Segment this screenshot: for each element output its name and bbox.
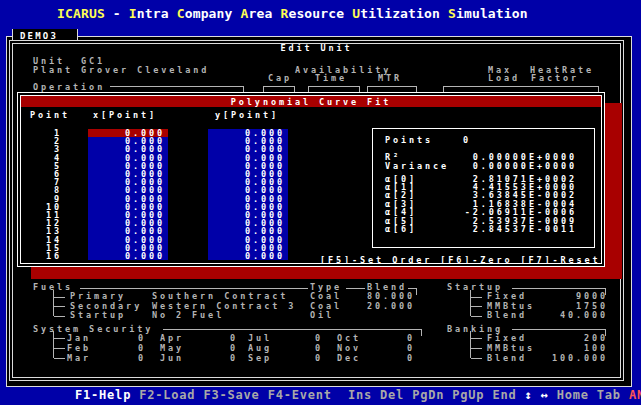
app-title-segment: esource	[288, 6, 352, 21]
fuel-contract-field[interactable]: Western Contract 3	[152, 302, 296, 311]
month-mar-field[interactable]: 0	[118, 354, 146, 363]
poly-y-cell[interactable]: 0.000	[208, 252, 285, 261]
app-title-segment: -	[105, 6, 129, 21]
fkey-end[interactable]: End	[492, 388, 516, 402]
mtr-label: MTR	[378, 74, 402, 83]
month-feb-field[interactable]: 0	[118, 344, 146, 353]
fuel-type-field[interactable]: Oil	[310, 311, 334, 320]
variance-value: 0.00000E+0000	[420, 162, 577, 171]
fuels-tree-tick	[54, 316, 65, 317]
plant-value-field[interactable]: Grover Cleveland	[81, 66, 209, 75]
startup-mmbtus-field[interactable]: 1750	[520, 302, 608, 311]
month-sep-field[interactable]: 0	[295, 354, 323, 363]
month-may-label: May	[160, 344, 184, 353]
app-title-segment: S	[448, 6, 456, 21]
startup-blend-field[interactable]: 40.000	[520, 311, 608, 320]
app-title-segment: ntra	[137, 6, 177, 21]
fkey-ins[interactable]: Ins	[348, 388, 372, 402]
fuel-blend-field[interactable]: 20.000	[345, 302, 415, 311]
month-dec-label: Dec	[337, 354, 361, 363]
system-security-label: System Security	[33, 325, 153, 334]
time-label: Time	[315, 74, 347, 83]
month-feb-label: Feb	[67, 344, 91, 353]
fuel-contract-field[interactable]: No 2 Fuel	[152, 311, 224, 320]
banking-blend-field[interactable]: 100.000	[520, 354, 608, 363]
month-jul-label: Jul	[248, 334, 272, 343]
fuel-type-field[interactable]: Coal	[310, 292, 342, 301]
col-header-point: Point	[30, 111, 70, 120]
system-security-rule	[163, 329, 413, 336]
popup-fkey-hint: [F5]-Set Order [F6]-Zero [F7]-Reset	[320, 256, 601, 265]
banking-fixed-field[interactable]: 200	[520, 334, 608, 343]
keybar-spacer	[621, 388, 629, 402]
banking-tree-tick	[471, 358, 482, 359]
banking-tree-line	[470, 331, 471, 358]
alpha-label: α[6]	[385, 225, 417, 234]
poly-x-cell[interactable]: 0.000	[88, 252, 165, 261]
fkey-pgdn[interactable]: PgDn	[412, 388, 444, 402]
poly-point-number: 16	[28, 252, 62, 261]
fuels-tree-line	[53, 290, 54, 316]
fkey--[interactable]: ↕	[525, 388, 533, 402]
app-title-segment: ompany	[185, 6, 241, 21]
fuel-contract-field[interactable]: Southern Contract	[152, 292, 288, 301]
fkey-f1-help[interactable]: F1-Help	[75, 388, 131, 402]
cap-label: Cap	[268, 74, 292, 83]
month-jul-field[interactable]: 0	[295, 334, 323, 343]
fkey-pgup[interactable]: PgUp	[452, 388, 484, 402]
keybar-spacer	[517, 388, 525, 402]
fuel-blend-field[interactable]: 80.000	[345, 292, 415, 301]
startup-tree-tick	[471, 297, 482, 298]
edit-unit-title: Edit Unit	[9, 44, 624, 53]
fkey-del[interactable]: Del	[380, 388, 404, 402]
alpha-value: 2.84537E-0011	[420, 225, 577, 234]
fkey--[interactable]: ↔	[541, 388, 549, 402]
month-may-field[interactable]: 0	[210, 344, 238, 353]
fuels-tree-tick	[54, 297, 65, 298]
fkey-an[interactable]: AN	[629, 388, 641, 402]
month-nov-field[interactable]: 0	[387, 344, 415, 353]
banking-tree-tick	[471, 338, 482, 339]
app-title-segment: A	[241, 6, 249, 21]
app-title-segment: tilization	[360, 6, 448, 21]
fkey-tab[interactable]: Tab	[597, 388, 621, 402]
fkey-f4-event[interactable]: F4-Event	[268, 388, 332, 402]
operation-label: Operation	[33, 83, 105, 92]
keybar-spacer	[332, 388, 348, 402]
banking-mmbtus-field[interactable]: 100	[520, 344, 608, 353]
month-nov-label: Nov	[337, 344, 361, 353]
keybar-spacer	[589, 388, 597, 402]
title-bar: ICARUS - Intra Company Area Resource Uti…	[0, 0, 641, 27]
fkey-f3-save[interactable]: F3-Save	[203, 388, 259, 402]
keybar-spacer	[404, 388, 412, 402]
app-title-segment: ICARUS	[57, 6, 105, 21]
month-aug-field[interactable]: 0	[295, 344, 323, 353]
month-sep-label: Sep	[248, 354, 272, 363]
app-title-segment: I	[129, 6, 137, 21]
fkey-home[interactable]: Home	[557, 388, 589, 402]
month-jan-label: Jan	[67, 334, 91, 343]
month-oct-field[interactable]: 0	[387, 334, 415, 343]
startup-tree-tick	[471, 306, 482, 307]
month-apr-field[interactable]: 0	[210, 334, 238, 343]
fkey-f2-load[interactable]: F2-Load	[139, 388, 195, 402]
month-oct-label: Oct	[337, 334, 361, 343]
keybar-spacer	[131, 388, 139, 402]
startup-fixed-field[interactable]: 9000	[520, 292, 608, 301]
month-jun-field[interactable]: 0	[210, 354, 238, 363]
month-aug-label: Aug	[248, 344, 272, 353]
plant-label: Plant	[33, 66, 73, 75]
system-security-tree-tick	[54, 358, 65, 359]
month-dec-field[interactable]: 0	[387, 354, 415, 363]
points-label: Points	[385, 136, 433, 145]
system-security-tree-tick	[54, 348, 65, 349]
startup-tree-line	[470, 290, 471, 316]
fuel-type-field[interactable]: Coal	[310, 302, 342, 311]
startup-tree-tick	[471, 316, 482, 317]
col-header-y: y[Point]	[215, 111, 279, 120]
month-jan-field[interactable]: 0	[118, 334, 146, 343]
function-key-bar: F1-Help F2-Load F3-Save F4-Event Ins Del…	[75, 388, 641, 404]
app-title-segment: rea	[249, 6, 281, 21]
keybar-spacer	[549, 388, 557, 402]
keybar-spacer	[372, 388, 380, 402]
